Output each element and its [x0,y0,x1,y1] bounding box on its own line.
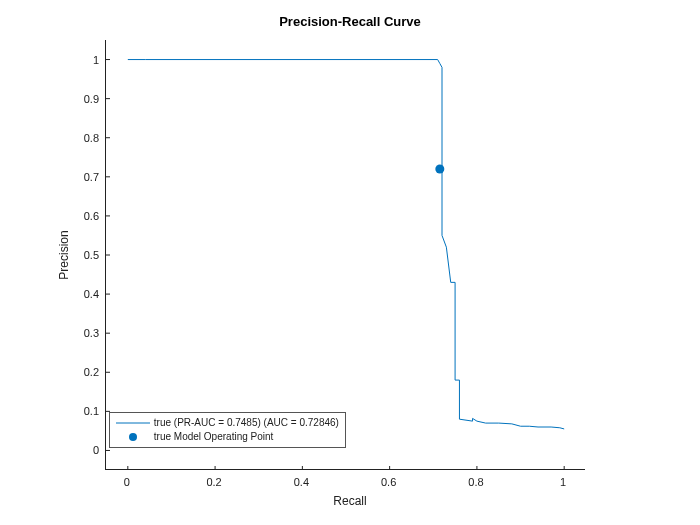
y-tick-label: 0.9 [81,93,99,105]
x-tick-label: 0.8 [468,476,483,488]
x-tick-label: 0.6 [381,476,396,488]
pr-curve-line [128,60,564,429]
legend-entry-line: true (PR-AUC = 0.7485) (AUC = 0.72846) [116,416,339,430]
legend-label-marker: true Model Operating Point [154,430,274,444]
x-tick-label: 0 [124,476,130,488]
y-tick-label: 0.7 [81,171,99,183]
y-tick-label: 0.3 [81,327,99,339]
x-axis-label: Recall [0,494,700,508]
svg-point-18 [129,433,137,441]
y-tick-label: 0.8 [81,132,99,144]
legend-swatch-line [116,416,150,430]
y-tick-label: 0.2 [81,366,99,378]
ticks-group [106,60,564,470]
chart-title: Precision-Recall Curve [0,14,700,29]
legend-label-line: true (PR-AUC = 0.7485) (AUC = 0.72846) [154,416,339,430]
figure: Precision-Recall Curve Precision Recall … [0,0,700,525]
y-tick-label: 0 [81,444,99,456]
operating-point-marker [435,165,444,174]
y-tick-label: 1 [81,54,99,66]
legend-entry-marker: true Model Operating Point [116,430,339,444]
y-tick-label: 0.4 [81,288,99,300]
plot-area [105,40,585,470]
chart-svg [106,40,586,470]
y-tick-label: 0.5 [81,249,99,261]
legend: true (PR-AUC = 0.7485) (AUC = 0.72846) t… [109,412,346,448]
x-tick-label: 0.2 [206,476,221,488]
x-tick-label: 0.4 [294,476,309,488]
y-tick-label: 0.1 [81,405,99,417]
y-tick-label: 0.6 [81,210,99,222]
y-axis-label: Precision [57,230,71,279]
legend-swatch-marker [116,430,150,444]
x-tick-label: 1 [560,476,566,488]
